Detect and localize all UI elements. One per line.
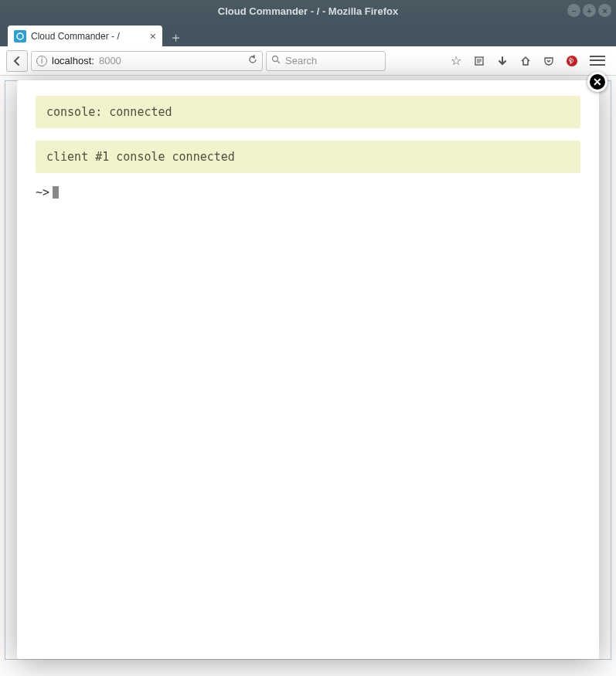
browser-tab[interactable]: Cloud Commander - / × xyxy=(8,25,162,46)
url-domain: localhost: xyxy=(52,55,94,66)
cursor-icon xyxy=(53,186,59,199)
reload-button[interactable] xyxy=(248,55,257,66)
svg-point-6 xyxy=(567,56,577,66)
prompt-text: ~> xyxy=(36,185,49,199)
console-modal: ✕ console: connected client #1 console c… xyxy=(17,80,599,659)
svg-point-0 xyxy=(273,56,278,62)
reload-icon xyxy=(248,55,257,64)
console-prompt[interactable]: ~> xyxy=(36,185,580,199)
tab-strip: Cloud Commander - / × ＋ xyxy=(0,22,616,46)
pinterest-icon[interactable] xyxy=(565,54,579,68)
window-minimize-button[interactable]: – xyxy=(567,4,580,17)
new-tab-button[interactable]: ＋ xyxy=(165,28,185,46)
url-port: 8000 xyxy=(99,55,121,66)
window-titlebar: Cloud Commander - / - Mozilla Firefox – … xyxy=(0,0,616,22)
download-icon[interactable] xyxy=(495,54,509,68)
tab-close-icon[interactable]: × xyxy=(150,30,156,42)
back-button[interactable] xyxy=(6,50,28,72)
tab-favicon-icon xyxy=(14,30,26,42)
search-bar[interactable]: Search xyxy=(266,51,386,71)
browser-toolbar: i localhost:8000 Search ☆ xyxy=(0,46,616,76)
search-icon xyxy=(271,55,281,66)
arrow-left-icon xyxy=(12,56,22,66)
url-bar[interactable]: i localhost:8000 xyxy=(31,51,263,71)
home-icon[interactable] xyxy=(519,54,533,68)
menu-button[interactable] xyxy=(588,53,607,69)
console-message: console: connected xyxy=(36,96,580,128)
console-message: client #1 console connected xyxy=(36,141,580,173)
reader-icon[interactable] xyxy=(472,54,486,68)
tab-title: Cloud Commander - / xyxy=(31,31,120,42)
svg-line-1 xyxy=(277,61,280,63)
window-close-button[interactable]: × xyxy=(598,4,611,17)
search-placeholder: Search xyxy=(285,55,317,66)
toolbar-icons: ☆ xyxy=(449,53,610,69)
window-maximize-button[interactable]: + xyxy=(583,4,596,17)
window-title: Cloud Commander - / - Mozilla Firefox xyxy=(218,5,398,17)
info-icon[interactable]: i xyxy=(36,56,47,66)
modal-close-button[interactable]: ✕ xyxy=(587,72,607,92)
pocket-icon[interactable] xyxy=(542,54,556,68)
bookmark-star-icon[interactable]: ☆ xyxy=(449,54,463,68)
window-controls: – + × xyxy=(567,4,611,17)
